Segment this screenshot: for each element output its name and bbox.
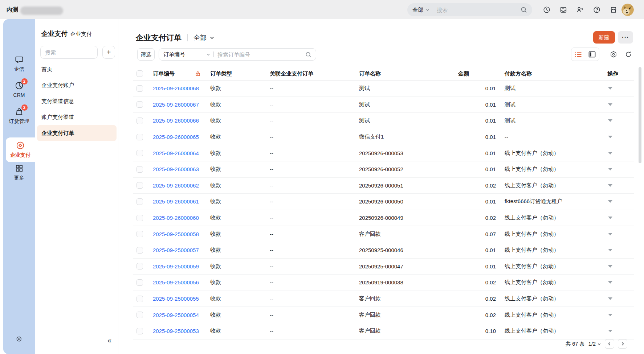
order-number-link[interactable]: 2025-09-26000060	[153, 215, 199, 221]
more-actions-button[interactable]: ···	[618, 31, 633, 44]
row-actions-dropdown[interactable]	[604, 87, 634, 90]
table-row[interactable]: 2025-09-25000054 收款 -- 客户回款 0.02 线上支付客户（…	[133, 307, 634, 323]
row-actions-dropdown[interactable]	[604, 249, 634, 251]
order-number-link[interactable]: 2025-09-26000067	[153, 102, 199, 108]
sidebar-search-input[interactable]	[45, 49, 93, 55]
order-number-link[interactable]: 2025-09-25000058	[153, 231, 199, 237]
column-header[interactable]: 订单类型	[210, 70, 270, 77]
row-checkbox[interactable]	[136, 166, 143, 173]
row-checkbox[interactable]	[136, 134, 143, 140]
row-actions-dropdown[interactable]	[604, 119, 634, 122]
table-row[interactable]: 2025-09-26000063 收款 -- 20250926-000052 0…	[133, 161, 634, 178]
sidebar-item-home[interactable]: 首页	[37, 61, 117, 77]
order-number-link[interactable]: 2025-09-26000061	[153, 198, 199, 205]
row-actions-dropdown[interactable]	[604, 330, 634, 332]
order-number-link[interactable]: 2025-09-26000064	[153, 150, 199, 156]
prev-page-button[interactable]	[605, 339, 614, 349]
order-number-link[interactable]: 2025-09-26000062	[153, 182, 199, 189]
collapse-sidebar-button[interactable]: «	[107, 336, 111, 345]
table-row[interactable]: 2025-09-25000057 收款 -- 20250925-000046 0…	[133, 242, 634, 259]
order-number-link[interactable]: 2025-09-25000057	[153, 247, 199, 253]
rail-item-qixin[interactable]: 企信	[3, 55, 35, 73]
row-actions-dropdown[interactable]	[604, 314, 634, 316]
row-checkbox[interactable]	[136, 101, 143, 108]
row-actions-dropdown[interactable]	[604, 103, 634, 106]
order-number-link[interactable]: 2025-09-26000063	[153, 166, 199, 172]
sidebar-item-payment-account[interactable]: 企业支付账户	[37, 77, 117, 93]
search-type-select[interactable]: 订单编号	[163, 51, 185, 58]
field-settings-icon[interactable]	[609, 50, 618, 59]
row-actions-dropdown[interactable]	[604, 281, 634, 284]
rail-item-more[interactable]: 更多	[3, 164, 35, 181]
order-search-input[interactable]	[217, 52, 305, 58]
global-search-input[interactable]	[437, 7, 521, 13]
user-avatar[interactable]	[621, 4, 634, 16]
row-actions-dropdown[interactable]	[604, 217, 634, 219]
row-checkbox[interactable]	[136, 85, 143, 92]
help-icon[interactable]	[592, 5, 601, 14]
table-row[interactable]: 2025-09-26000067 收款 -- 测试 0.01 测试	[133, 97, 634, 113]
order-number-link[interactable]: 2025-09-26000066	[153, 118, 199, 124]
column-header[interactable]: 订单编号	[153, 70, 175, 77]
row-checkbox[interactable]	[136, 263, 143, 269]
column-header[interactable]: 订单名称	[359, 70, 448, 77]
row-checkbox[interactable]	[136, 150, 143, 156]
sidebar-item-account-channel[interactable]: 账户支付渠道	[37, 109, 117, 125]
settings-gear-icon[interactable]	[3, 335, 35, 343]
view-scope-select[interactable]: 全部	[193, 33, 207, 42]
board-view-icon[interactable]	[585, 48, 599, 61]
order-number-link[interactable]: 2025-09-25000054	[153, 312, 199, 318]
order-number-link[interactable]: 2025-09-26000065	[153, 134, 199, 140]
search-scope-select[interactable]: 全部	[412, 7, 423, 13]
row-actions-dropdown[interactable]	[604, 200, 634, 203]
list-view-icon[interactable]	[571, 48, 585, 61]
rail-item-crm[interactable]: 2 CRM	[3, 81, 35, 98]
row-checkbox[interactable]	[136, 247, 143, 254]
filter-button[interactable]: 筛选	[137, 48, 155, 61]
page-indicator-select[interactable]: 1/2	[588, 341, 601, 347]
column-header[interactable]: 付款方名称	[496, 70, 604, 77]
next-page-button[interactable]	[618, 339, 627, 349]
row-checkbox[interactable]	[136, 182, 143, 189]
sidebar-item-channel-info[interactable]: 支付渠道信息	[37, 93, 117, 109]
row-checkbox[interactable]	[136, 231, 143, 237]
row-actions-dropdown[interactable]	[604, 265, 634, 268]
order-number-link[interactable]: 2025-09-25000056	[153, 279, 199, 285]
select-all-checkbox[interactable]	[136, 70, 143, 77]
refresh-icon[interactable]	[624, 50, 633, 59]
global-search[interactable]: 全部	[407, 3, 532, 16]
row-checkbox[interactable]	[136, 328, 143, 334]
order-number-link[interactable]: 2025-09-25000053	[153, 328, 199, 334]
sidebar-item-payment-orders[interactable]: 企业支付订单	[37, 125, 117, 141]
row-checkbox[interactable]	[136, 279, 143, 286]
row-checkbox[interactable]	[136, 296, 143, 302]
add-button[interactable]: +	[102, 46, 115, 59]
row-actions-dropdown[interactable]	[604, 152, 634, 155]
table-row[interactable]: 2025-09-25000056 收款 -- 20250919-000038 0…	[133, 275, 634, 291]
scrollbar-thumb[interactable]	[639, 67, 641, 163]
row-actions-dropdown[interactable]	[604, 233, 634, 235]
row-checkbox[interactable]	[136, 312, 143, 318]
table-row[interactable]: 2025-09-26000060 收款 -- 20250926-000049 0…	[133, 210, 634, 226]
create-button[interactable]: 新建	[593, 31, 615, 44]
row-checkbox[interactable]	[136, 215, 143, 221]
table-row[interactable]: 2025-09-26000062 收款 -- 20250926-000051 0…	[133, 178, 634, 194]
row-checkbox[interactable]	[136, 118, 143, 124]
column-header[interactable]: 金额	[448, 70, 496, 77]
table-row[interactable]: 2025-09-25000055 收款 -- 客户回款 0.02 线上支付客户（…	[133, 291, 634, 307]
table-row[interactable]: 2025-09-25000058 收款 -- 客户回款 0.07 线上支付客户（…	[133, 226, 634, 242]
table-row[interactable]: 2025-09-26000068 收款 -- 测试 0.01 测试	[133, 81, 634, 97]
rail-item-qiyezhifu[interactable]: 企业支付	[6, 137, 35, 162]
column-header[interactable]: 关联企业支付订单	[270, 70, 359, 77]
row-actions-dropdown[interactable]	[604, 184, 634, 187]
table-row[interactable]: 2025-09-26000061 收款 -- 20250926-000050 0…	[133, 194, 634, 210]
row-actions-dropdown[interactable]	[604, 136, 634, 138]
table-row[interactable]: 2025-09-26000064 收款 -- 20250926-000053 0…	[133, 145, 634, 161]
table-row[interactable]: 2025-09-25000059 收款 -- 20250925-000047 0…	[133, 259, 634, 275]
app-store-icon[interactable]	[609, 5, 618, 14]
row-actions-dropdown[interactable]	[604, 297, 634, 300]
sidebar-search[interactable]	[40, 46, 98, 59]
row-checkbox[interactable]	[136, 198, 143, 205]
table-row[interactable]: 2025-09-26000065 收款 -- 微信支付1 0.01 --	[133, 129, 634, 145]
history-icon[interactable]	[542, 5, 551, 14]
